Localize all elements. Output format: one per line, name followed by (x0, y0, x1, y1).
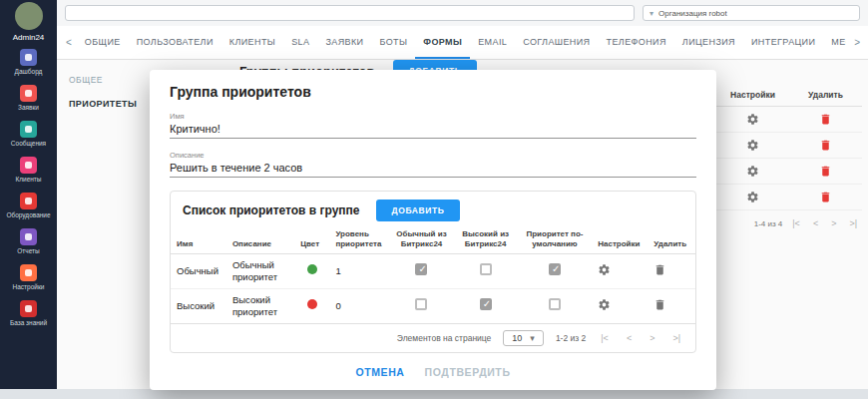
description-field-value[interactable]: Решить в течение 2 часов (170, 162, 696, 174)
default-priority-checkbox[interactable] (549, 263, 561, 275)
organization-label: Организация robot (658, 9, 727, 18)
chevron-down-icon: ▾ (530, 333, 535, 343)
name-field[interactable]: Имя Критично! (170, 112, 696, 139)
tab-license[interactable]: ЛИЦЕНЗИЯ (674, 26, 743, 59)
priority-row: Высокий Высокий приоритет 0 (171, 288, 695, 322)
column-header-settings: Настройки (716, 84, 789, 106)
last-page-icon[interactable]: >| (846, 218, 860, 228)
pagination-range: 1-2 из 2 (556, 333, 586, 343)
sidebar-item-clients[interactable]: Клиенты (15, 157, 41, 183)
settings-gear-icon[interactable] (598, 298, 611, 311)
settings-gear-icon[interactable] (746, 139, 759, 152)
tab-users[interactable]: ПОЛЬЗОВАТЕЛИ (129, 26, 221, 59)
tab-forms[interactable]: ФОРМЫ (415, 26, 470, 59)
topbar: ▾ Организация robot (57, 0, 868, 26)
delete-trash-icon[interactable] (819, 113, 832, 126)
knowledge-base-icon (20, 300, 37, 317)
priority-row: Обычный Обычный приоритет 1 (171, 254, 695, 289)
organization-select[interactable]: ▾ Организация robot (643, 5, 860, 21)
settings-gear-icon[interactable] (746, 191, 759, 203)
col-priority-level: Уровень приоритета (329, 225, 389, 254)
table-row (716, 107, 862, 133)
priority-level: 1 (329, 254, 389, 289)
equipment-icon (20, 193, 37, 209)
description-field[interactable]: Описание Решить в течение 2 часов (170, 151, 696, 178)
tab-telephony[interactable]: ТЕЛЕФОНИЯ (599, 26, 674, 59)
col-normal-from-bitrix: Обычный из Битрикс24 (389, 225, 453, 254)
add-priority-button[interactable]: ДОБАВИТЬ (376, 200, 461, 221)
tabs-scroll-left-icon[interactable]: < (61, 37, 77, 48)
settings-tabbar: < ОБЩИЕ ПОЛЬЗОВАТЕЛИ КЛИЕНТЫ SLA ЗАЯВКИ … (57, 26, 868, 60)
tab-bots[interactable]: БОТЫ (371, 26, 415, 59)
sidebar-item-label: Сообщения (11, 140, 46, 147)
sidebar-item-knowledge-base[interactable]: База знаний (10, 300, 47, 326)
delete-trash-icon[interactable] (819, 165, 832, 178)
app-name: Admin24 (13, 33, 45, 42)
clients-icon (20, 157, 37, 174)
cancel-button[interactable]: ОТМЕНА (355, 366, 404, 378)
tab-clients[interactable]: КЛИЕНТЫ (221, 26, 283, 59)
next-page-icon[interactable]: > (647, 333, 657, 343)
priority-name: Обычный (171, 254, 226, 289)
dashboard-icon (20, 49, 37, 66)
last-page-icon[interactable]: >| (669, 333, 683, 343)
priority-description: Высокий приоритет (226, 288, 294, 322)
sidebar-item-label: Оборудование (6, 211, 50, 218)
settings-gear-icon[interactable] (746, 113, 759, 126)
tab-agreements[interactable]: СОГЛАШЕНИЯ (515, 26, 598, 59)
first-page-icon[interactable]: |< (598, 333, 612, 343)
sidebar-item-messages[interactable]: Сообщения (11, 121, 46, 147)
table-pagination: 1-4 из 4 |< < > >| (716, 210, 862, 236)
col-color: Цвет (294, 225, 329, 254)
name-field-value[interactable]: Критично! (170, 123, 696, 135)
confirm-button[interactable]: ПОДТВЕРДИТЬ (425, 366, 511, 378)
sidebar-item-label: Клиенты (15, 176, 41, 183)
prev-page-icon[interactable]: < (624, 333, 635, 343)
priorities-list-panel: Список приоритетов в группе ДОБАВИТЬ Имя… (170, 191, 696, 353)
tab-sla[interactable]: SLA (283, 26, 317, 59)
tickets-icon (20, 85, 37, 102)
priority-level: 0 (329, 288, 389, 322)
delete-trash-icon[interactable] (819, 139, 832, 152)
settings-subnav: ОБЩЕЕ ПРИОРИТЕТЫ (57, 60, 145, 389)
priorities-list-title: Список приоритетов в группе (183, 203, 360, 217)
search-input[interactable] (65, 5, 635, 21)
tab-tickets[interactable]: ЗАЯВКИ (317, 26, 371, 59)
tab-email[interactable]: EMAIL (470, 26, 515, 59)
tab-integrations[interactable]: ИНТЕГРАЦИИ (743, 26, 823, 59)
delete-trash-icon[interactable] (819, 191, 832, 203)
table-row (716, 133, 862, 159)
sidebar-item-label: Настройки (13, 283, 45, 290)
tabs-scroll-right-icon[interactable]: > (846, 26, 868, 59)
delete-trash-icon[interactable] (653, 298, 666, 311)
table-row (716, 159, 862, 185)
normal-from-bitrix-checkbox[interactable] (415, 298, 427, 310)
default-priority-checkbox[interactable] (549, 298, 561, 310)
next-page-icon[interactable]: > (828, 218, 839, 228)
page-size-select[interactable]: 10 ▾ (503, 330, 544, 346)
sidebar-item-reports[interactable]: Отчеты (17, 228, 39, 254)
prev-page-icon[interactable]: < (810, 218, 821, 228)
delete-trash-icon[interactable] (653, 263, 666, 276)
first-page-icon[interactable]: |< (789, 218, 803, 228)
normal-from-bitrix-checkbox[interactable] (415, 263, 427, 275)
high-from-bitrix-checkbox[interactable] (480, 263, 492, 275)
tab-general[interactable]: ОБЩИЕ (77, 26, 129, 59)
subnav-header: ОБЩЕЕ (57, 70, 145, 90)
table-row (716, 185, 862, 210)
messages-icon (20, 121, 37, 138)
settings-gear-icon[interactable] (746, 165, 759, 178)
subnav-item-priorities[interactable]: ПРИОРИТЕТЫ (57, 90, 145, 118)
sidebar-item-settings[interactable]: Настройки (13, 264, 45, 290)
reports-icon (20, 228, 37, 245)
sidebar-item-tickets[interactable]: Заявки (18, 85, 39, 111)
sidebar-item-equipment[interactable]: Оборудование (6, 193, 50, 218)
pagination-range: 1-4 из 4 (754, 219, 783, 228)
priority-description: Обычный приоритет (226, 254, 294, 289)
sidebar-item-dashboard[interactable]: Дашборд (15, 49, 43, 75)
high-from-bitrix-checkbox[interactable] (480, 298, 492, 310)
col-name: Имя (171, 225, 226, 254)
col-high-from-bitrix: Высокий из Битрикс24 (454, 225, 518, 254)
user-avatar[interactable] (15, 2, 43, 30)
settings-gear-icon[interactable] (598, 263, 611, 276)
